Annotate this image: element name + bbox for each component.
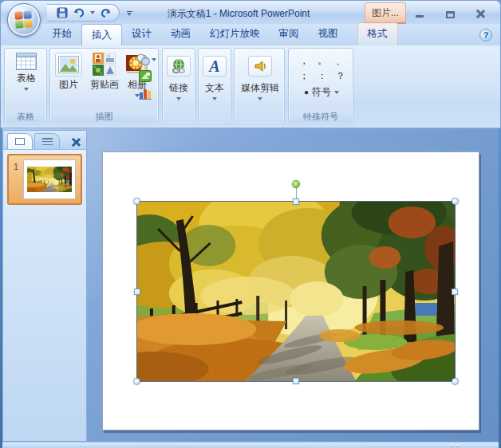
save-icon (57, 7, 68, 18)
chart-icon (139, 87, 152, 100)
undo-icon (73, 8, 85, 18)
office-button[interactable] (7, 3, 41, 37)
text-button[interactable]: A 文本 (200, 53, 229, 100)
shapes-icon (136, 53, 150, 65)
tab-home[interactable]: 开始 (42, 23, 81, 45)
resize-handle-right[interactable] (452, 289, 458, 295)
resize-handle-top-right[interactable] (452, 198, 459, 205)
office-logo-icon (14, 10, 33, 29)
symbol-button[interactable]: ● 符号 (293, 84, 350, 99)
tab-review[interactable]: 审阅 (270, 23, 309, 45)
close-button[interactable] (473, 7, 487, 18)
bullet-icon: ● (304, 88, 309, 96)
media-clips-button[interactable]: 媒体剪辑 (239, 53, 281, 100)
group-table: 表格 表格 (4, 48, 47, 124)
tab-design[interactable]: 设计 (122, 23, 161, 45)
window-title: 演示文稿1 - Microsoft PowerPoint (120, 7, 357, 21)
smartart-button[interactable] (138, 69, 152, 83)
tab-view[interactable]: 视图 (309, 23, 348, 45)
ribbon-tab-row: 开始 插入 设计 动画 幻灯片放映 审阅 视图 格式 ? (0, 24, 501, 45)
slides-panel: 1 (2, 130, 87, 442)
clipart-icon (93, 53, 116, 77)
undo-button[interactable] (72, 6, 86, 20)
symbol-dunhao-button[interactable]: 、 (333, 54, 349, 67)
redo-icon (100, 8, 111, 18)
dropdown-arrow-icon (152, 58, 156, 61)
close-icon (475, 9, 485, 18)
symbol-period-button[interactable]: 。 (314, 54, 330, 67)
resize-handle-bottom-right[interactable] (452, 378, 459, 385)
slide-thumbnail-canvas (23, 159, 76, 199)
slides-panel-tabs (3, 131, 86, 150)
outline-tab[interactable] (34, 133, 60, 149)
slides-tab-icon (15, 138, 25, 145)
group-text: A 文本 (198, 48, 231, 124)
group-links: 链接 (162, 48, 195, 124)
resize-handle-bottom[interactable] (293, 378, 299, 384)
symbol-colon-button[interactable]: ： (314, 69, 330, 82)
slides-tab[interactable] (7, 133, 33, 149)
dropdown-arrow-icon (258, 97, 262, 100)
window-controls (412, 7, 487, 18)
redo-button[interactable] (98, 6, 112, 20)
group-media: 媒体剪辑 (234, 48, 285, 124)
autumn-road-photo (137, 202, 455, 381)
tab-insert[interactable]: 插入 (81, 24, 122, 45)
dropdown-arrow-icon (24, 88, 29, 91)
table-icon (16, 53, 37, 70)
help-button[interactable]: ? (479, 29, 492, 41)
tab-format[interactable]: 格式 (357, 22, 398, 45)
hyperlink-icon (167, 56, 191, 77)
tab-slideshow[interactable]: 幻灯片放映 (200, 23, 270, 45)
group-label-illustrations: 插图 (51, 111, 157, 123)
ribbon: 表格 表格 图片 剪贴画 (0, 45, 501, 128)
group-special-symbols: ， 。 、 ； ： ？ ● 符号 特殊符号 (288, 48, 353, 124)
chart-button[interactable] (138, 86, 152, 100)
splitter-grip-icon (451, 444, 459, 446)
rotate-handle[interactable] (292, 180, 300, 188)
outline-tab-icon (42, 138, 53, 145)
dropdown-arrow-icon (212, 97, 217, 100)
table-button[interactable]: 表格 (9, 50, 44, 91)
resize-handle-top-left[interactable] (133, 198, 140, 205)
dropdown-arrow-icon (176, 97, 181, 100)
group-illustrations: 图片 剪贴画 相册 (49, 48, 159, 124)
picture-tools-contextual-header[interactable]: 图片... (365, 2, 406, 24)
restore-icon (446, 11, 455, 18)
text-a-icon: A (203, 56, 227, 77)
clipart-button[interactable]: 剪贴画 (86, 50, 123, 92)
symbol-question-button[interactable]: ？ (333, 69, 349, 82)
symbol-comma-button[interactable]: ， (296, 54, 312, 67)
links-button[interactable]: 链接 (164, 53, 193, 100)
quick-access-toolbar (47, 4, 120, 22)
resize-handle-left[interactable] (134, 289, 140, 295)
symbol-semicolon-button[interactable]: ； (296, 69, 312, 82)
group-label-special-symbols: 特殊符号 (290, 111, 352, 123)
tab-animations[interactable]: 动画 (161, 23, 200, 45)
resize-handle-top[interactable] (293, 198, 299, 205)
save-button[interactable] (55, 6, 69, 20)
dropdown-arrow-icon (90, 11, 95, 14)
smartart-icon (139, 70, 152, 82)
group-label-table: 表格 (6, 111, 45, 123)
media-speaker-icon (248, 56, 272, 77)
inserted-picture[interactable] (137, 202, 455, 381)
resize-handle-bottom-left[interactable] (133, 378, 140, 385)
titlebar: 演示文稿1 - Microsoft PowerPoint 图片... (0, 0, 501, 24)
dropdown-arrow-icon (334, 91, 339, 94)
notes-splitter-bar[interactable] (2, 442, 499, 448)
picture-button[interactable]: 图片 (53, 50, 85, 92)
workspace: 1 (2, 128, 499, 442)
slide-number: 1 (9, 155, 23, 171)
minimize-icon (416, 15, 424, 18)
picture-icon (55, 53, 82, 77)
minimize-button[interactable] (412, 7, 427, 18)
thumbnail-photo (27, 167, 72, 192)
slide-thumbnail-1[interactable]: 1 (7, 154, 82, 205)
shapes-button[interactable] (136, 53, 157, 66)
panel-close-button[interactable] (71, 137, 81, 147)
undo-dropdown[interactable] (89, 6, 96, 20)
restore-button[interactable] (443, 7, 457, 18)
